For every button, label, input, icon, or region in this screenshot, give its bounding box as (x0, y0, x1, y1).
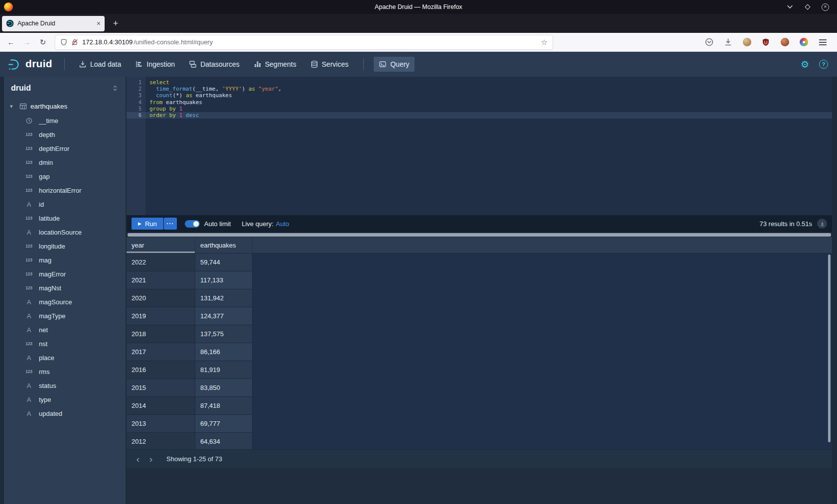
sidebar-column-net[interactable]: Anet (4, 323, 126, 337)
year-cell[interactable]: 2021 (127, 271, 195, 289)
druid-brand[interactable]: druid (25, 58, 52, 70)
year-cell[interactable]: 2012 (127, 433, 195, 449)
insecure-lock-icon[interactable] (71, 38, 78, 46)
back-button[interactable]: ← (4, 35, 18, 49)
extension-pinwheel-icon[interactable] (797, 36, 810, 49)
sidebar-column-longitude[interactable]: 123longitude (4, 239, 126, 253)
year-cell[interactable]: 2015 (127, 379, 195, 397)
bookmark-star-icon[interactable]: ☆ (541, 38, 548, 47)
earthquakes-cell[interactable]: 124,377 (195, 307, 253, 325)
code-line[interactable]: group by 1 (145, 106, 832, 112)
year-cell[interactable]: 2016 (127, 361, 195, 379)
sidebar-column-nst[interactable]: 123nst (4, 337, 126, 351)
earthquakes-cell[interactable]: 86,166 (195, 343, 253, 361)
tab-close-icon[interactable]: × (97, 20, 101, 27)
prev-page-button[interactable]: ‹ (132, 453, 144, 466)
maximize-button[interactable] (804, 3, 812, 11)
sidebar-column-magNst[interactable]: 123magNst (4, 281, 126, 295)
earthquakes-cell[interactable]: 137,575 (195, 325, 253, 343)
menu-icon[interactable] (816, 36, 829, 49)
sidebar-column-horizontalError[interactable]: 123horizontalError (4, 183, 126, 197)
auto-limit-toggle[interactable] (185, 220, 200, 228)
run-more-button[interactable]: ··· (164, 218, 177, 230)
sidebar-column-magType[interactable]: AmagType (4, 309, 126, 323)
earthquakes-cell[interactable]: 81,919 (195, 361, 253, 379)
nav-item-services[interactable]: Services (305, 57, 354, 72)
column-header-earthquakes[interactable]: earthquakes (195, 237, 253, 253)
reload-button[interactable]: ↻ (36, 35, 50, 49)
nav-item-query[interactable]: Query (374, 57, 414, 72)
sidebar-column-status[interactable]: Astatus (4, 378, 126, 392)
earthquakes-cell[interactable]: 59,744 (195, 253, 253, 271)
sidebar-column-rms[interactable]: 123rms (4, 365, 126, 378)
year-cell[interactable]: 2017 (127, 343, 195, 361)
editor-code[interactable]: select time_format(__time, 'YYYY') as "y… (145, 77, 832, 215)
sidebar-column-place[interactable]: Aplace (4, 351, 126, 365)
live-query-value[interactable]: Auto (276, 220, 289, 228)
sidebar-column-gap[interactable]: 123gap (4, 169, 126, 183)
code-line[interactable]: from earthquakes (145, 99, 832, 106)
nav-item-segments[interactable]: Segments (249, 57, 301, 72)
sidebar-column-mag[interactable]: 123mag (4, 253, 126, 267)
sql-editor[interactable]: 123456 select time_format(__time, 'YYYY'… (127, 77, 832, 215)
string-type-icon: A (23, 326, 35, 334)
pagination-label: Showing 1-25 of 73 (166, 455, 222, 463)
year-cell[interactable]: 2018 (127, 325, 195, 343)
gear-icon[interactable]: ⚙ (801, 59, 809, 70)
help-icon[interactable]: ? (819, 60, 828, 69)
forward-button[interactable]: → (20, 35, 34, 49)
nav-item-ingestion[interactable]: Ingestion (130, 57, 180, 72)
close-button[interactable]: × (822, 3, 829, 11)
earthquakes-cell[interactable]: 131,942 (195, 289, 253, 307)
url-host: 172.18.0.4:30109 (82, 38, 133, 46)
sidebar-column-id[interactable]: Aid (4, 197, 126, 211)
year-cell[interactable]: 2019 (127, 307, 195, 325)
account-avatar-icon[interactable] (740, 36, 753, 49)
chevron-down-icon[interactable]: ▾ (10, 103, 16, 110)
nav-item-datasources[interactable]: Datasources (184, 57, 245, 72)
editor-results-splitter[interactable] (127, 232, 832, 237)
earthquakes-cell[interactable]: 87,418 (195, 397, 253, 415)
year-cell[interactable]: 2014 (127, 397, 195, 415)
next-page-button[interactable]: › (144, 453, 157, 466)
sidebar-column-latitude[interactable]: 123latitude (4, 211, 126, 225)
browser-tab-apache-druid[interactable]: Apache Druid × (2, 16, 105, 31)
earthquakes-cell[interactable]: 69,777 (195, 415, 253, 433)
code-line[interactable]: count(*) as earthquakes (145, 92, 832, 99)
sidebar-column-locationSource[interactable]: AlocationSource (4, 225, 126, 239)
column-header-year[interactable]: year (127, 237, 195, 253)
earthquakes-cell[interactable]: 117,133 (195, 271, 253, 289)
sidebar-column-magSource[interactable]: AmagSource (4, 295, 126, 309)
downloads-icon[interactable] (721, 36, 734, 49)
column-name: status (39, 382, 56, 389)
year-cell[interactable]: 2013 (127, 415, 195, 433)
druid-logo-icon[interactable] (7, 58, 20, 71)
sidebar-column-magError[interactable]: 123magError (4, 267, 126, 281)
pocket-icon[interactable] (702, 36, 715, 49)
run-button[interactable]: ▶ Run (132, 218, 163, 230)
nav-item-load-data[interactable]: Load data (74, 57, 126, 72)
double-caret-icon[interactable] (112, 84, 119, 92)
url-bar[interactable]: 172.18.0.4:30109 /unified-console.html#q… (55, 35, 553, 50)
sidebar-column-type[interactable]: Atype (4, 392, 126, 406)
sidebar-column-updated[interactable]: Aupdated (4, 406, 126, 420)
sidebar-column-depth[interactable]: 123depth (4, 127, 126, 141)
new-tab-button[interactable]: + (109, 16, 123, 30)
sidebar-column-dmin[interactable]: 123dmin (4, 155, 126, 169)
sidebar-column-__time[interactable]: __time (4, 114, 126, 127)
download-results-button[interactable] (817, 219, 827, 229)
year-cell[interactable]: 2020 (127, 289, 195, 307)
earthquakes-cell[interactable]: 64,634 (195, 433, 253, 449)
minimize-button[interactable] (786, 3, 794, 11)
sidebar-column-depthError[interactable]: 123depthError (4, 141, 126, 155)
year-cell[interactable]: 2022 (127, 253, 195, 271)
ublock-origin-icon[interactable] (759, 36, 772, 49)
code-line[interactable]: time_format(__time, 'YYYY') as "year", (145, 86, 832, 92)
sidebar-table-earthquakes[interactable]: ▾ earthquakes (4, 99, 126, 114)
code-line[interactable]: order by 1 desc (145, 112, 832, 119)
extension-icon[interactable] (778, 36, 791, 49)
earthquakes-cell[interactable]: 83,850 (195, 379, 253, 397)
tracking-protection-shield-icon[interactable] (60, 38, 67, 46)
code-line[interactable]: select (145, 79, 832, 86)
vertical-scrollbar[interactable] (828, 254, 831, 442)
